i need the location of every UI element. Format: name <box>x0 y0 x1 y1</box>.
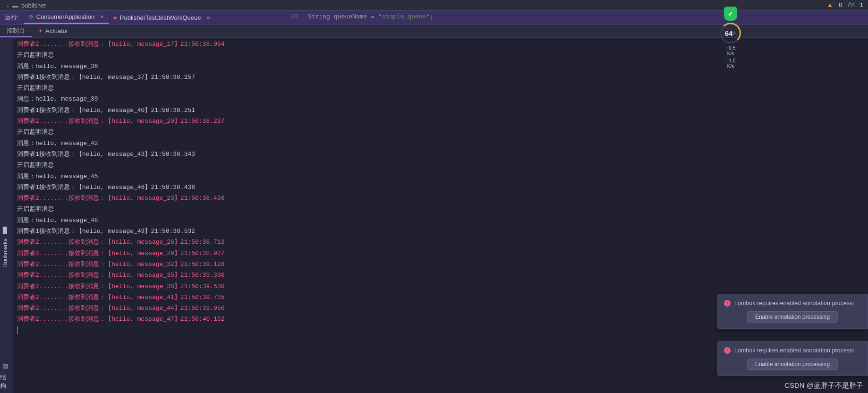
editor-file-tab[interactable]: ⌄ ▬ publisher <box>0 0 52 10</box>
actuator-icon: ✦ <box>38 28 43 34</box>
bookmark-icon[interactable]: ▉ <box>3 227 8 234</box>
console-line: 消息：hello, message_48 <box>17 215 864 226</box>
console-line: 消费者2........接收到消息：【hello, message_20】21:… <box>17 116 864 127</box>
console-line: 消息：hello, message_42 <box>17 138 864 149</box>
sub-tab-label: Actuator <box>45 27 68 34</box>
error-icon: ! <box>724 300 731 307</box>
editor-code-preview: 88String queueName = "simple.queue"; <box>276 6 434 27</box>
run-tab-label: ConsumerApplication <box>36 13 95 20</box>
console-line: 消费者2........接收到消息：【hello, message_32】21:… <box>17 259 864 270</box>
notification-lombok-2[interactable]: ! Lombok requires enabled annotation pro… <box>717 341 868 376</box>
sub-tab-label: 控制台 <box>7 26 25 35</box>
console-line: 消费者1接收到消息：【hello, message_49】21:50:38.53… <box>17 226 864 237</box>
console-line: 消费者2........接收到消息：【hello, message_23】21:… <box>17 193 864 204</box>
console-line: 消费者2........接收到消息：【hello, message_38】21:… <box>17 281 864 292</box>
console-line: 消费者2........接收到消息：【hello, message_29】21:… <box>17 248 864 259</box>
left-rail-bottom: ▤ 结构 <box>0 362 10 390</box>
close-icon[interactable]: × <box>207 14 211 21</box>
console-line: 开启监听消息 <box>17 83 864 94</box>
left-rail: ▉ Bookmarks <box>0 227 10 267</box>
enable-annotation-button[interactable]: Enable annotation processing <box>747 359 838 370</box>
warning-icon[interactable]: ▲ <box>827 1 833 9</box>
run-icon: ⟳ <box>29 14 34 20</box>
upload-rate: ↑0.5 K/s <box>726 45 735 56</box>
editor-line-number: 88 <box>291 13 298 20</box>
watermark: CSDN @蓝胖子不是胖子 <box>784 381 863 390</box>
console-line: 消费者2........接收到消息：【hello, message_26】21:… <box>17 237 864 248</box>
run-tab-label: PublisherTest.testWorkQueue <box>120 14 201 21</box>
console-line: 消费者1接收到消息：【hello, message_46】21:50:38.43… <box>17 182 864 193</box>
run-label: 运行: <box>0 11 24 24</box>
bookmarks-tool[interactable]: Bookmarks <box>2 239 9 267</box>
console-line: 消费者2........接收到消息：【hello, message_35】21:… <box>17 270 864 281</box>
shield-ok-icon <box>724 7 737 21</box>
cursor-icon <box>17 326 17 334</box>
notification-title: Lombok requires enabled annotation proce… <box>734 347 854 354</box>
usage-ring: 64% <box>720 23 741 43</box>
structure-icon[interactable]: ▤ <box>2 362 8 369</box>
console-line: 消息：hello, message_39 <box>17 94 864 104</box>
console-output[interactable]: 消费者2........接收到消息：【hello, message_17】21:… <box>13 38 868 393</box>
console-line: 消费者1接收到消息：【hello, message_40】21:50:38.25… <box>17 105 864 116</box>
typo-count: 1 <box>860 1 863 9</box>
download-rate: ↓1.0 K/s <box>726 58 735 69</box>
editor-file-name: publisher <box>21 2 46 9</box>
performance-meter[interactable]: 64% ↑0.5 K/s ↓1.0 K/s <box>720 7 741 69</box>
usage-percent: 64 <box>725 29 733 37</box>
notification-lombok-1[interactable]: ! Lombok requires enabled annotation pro… <box>717 294 868 329</box>
test-icon: ▸ <box>114 14 117 21</box>
run-tab-publisher-test[interactable]: ▸ PublisherTest.testWorkQueue × <box>109 11 215 24</box>
sub-tab-console[interactable]: 控制台 <box>0 25 32 37</box>
console-line: 开启监听消息 <box>17 160 864 171</box>
console-line: 消费者1接收到消息：【hello, message_43】21:50:38.34… <box>17 149 864 160</box>
sub-tab-actuator[interactable]: ✦ Actuator <box>32 25 75 37</box>
close-icon[interactable]: × <box>100 13 104 20</box>
console-line: 消费者1接收到消息：【hello, message_37】21:50:38.15… <box>17 72 864 83</box>
run-tab-consumer-application[interactable]: ⟳ ConsumerApplication × <box>24 11 109 24</box>
top-status: ▲ 8 Aৎ 1 <box>827 1 863 9</box>
warning-count: 8 <box>839 1 842 9</box>
console-gutter <box>0 38 13 393</box>
notification-title: Lombok requires enabled annotation proce… <box>734 300 854 307</box>
folder-icon: ▬ <box>12 2 18 9</box>
chevron-down-icon: ⌄ <box>6 3 9 8</box>
error-icon: ! <box>724 347 731 354</box>
console-line: 开启监听消息 <box>17 204 864 214</box>
console-line: 开启监听消息 <box>17 127 864 137</box>
structure-tool[interactable]: 结构 <box>0 373 10 390</box>
typo-icon[interactable]: Aৎ <box>848 1 854 9</box>
console-line: 消息：hello, message_45 <box>17 171 864 182</box>
enable-annotation-button[interactable]: Enable annotation processing <box>747 311 838 323</box>
